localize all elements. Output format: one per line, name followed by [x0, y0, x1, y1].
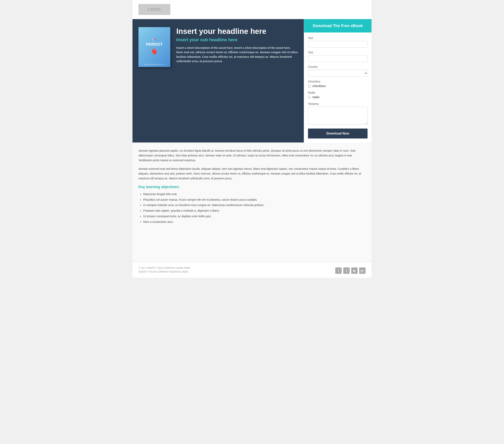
objectives-list: Maecenas feugiat felis erat.Phasellus ve…	[138, 192, 366, 224]
form-group-text2: Text	[308, 51, 368, 62]
googleplus-icon[interactable]: g+	[359, 267, 366, 274]
footer: © 2017 INSERT YOUR COMPANY NAME HERE INS…	[132, 262, 372, 278]
list-item: Ut tempor consequat tortor, ac dapibus e…	[143, 214, 366, 219]
hero-subheadline: Insert your sub headline here	[176, 37, 298, 42]
field2-label: Text	[308, 51, 368, 54]
content-area: Aenean egestas placerat sapien, eu tinci…	[132, 143, 372, 262]
book-cover-container: I ♥ PARDOT 🎈 WWW.JENNAMOLBY.COM	[138, 27, 170, 67]
field1-label: Text	[308, 37, 368, 40]
form-header-title: Download The Free eBook	[308, 23, 368, 28]
form-group-textarea: Textarea	[308, 102, 368, 125]
logo: LOGO	[138, 4, 170, 15]
hero-form-row: I ♥ PARDOT 🎈 WWW.JENNAMOLBY.COM Insert y…	[132, 19, 372, 143]
radio-group-label: Radio	[308, 91, 368, 94]
checkbox-row: checkbox	[308, 84, 368, 88]
logo-text: LOGO	[148, 7, 161, 12]
field1-input[interactable]	[308, 41, 368, 48]
footer-social-icons: f t ▶ g+	[335, 267, 366, 274]
list-item: Phasellus vel auctor massa. Fusce semper…	[143, 198, 366, 202]
country-select[interactable]	[308, 70, 368, 77]
footer-address: INSERT YOUUR COMPANY ADDRESS HERE	[138, 270, 190, 274]
book-pardot-label: PARDOT	[146, 42, 163, 47]
checkbox-option-label: checkbox	[312, 84, 326, 88]
list-item: Maecenas feugiat felis erat.	[143, 192, 366, 197]
textarea-label: Textarea	[308, 102, 368, 105]
footer-left: © 2017 INSERT YOUR COMPANY NAME HERE INS…	[138, 266, 190, 274]
twitter-icon[interactable]: t	[343, 267, 350, 274]
book-url: WWW.JENNAMOLBY.COM	[145, 64, 164, 65]
main-layout: Aenean egestas placerat sapien, eu tinci…	[132, 143, 372, 262]
form-group-checkbox: Checkbox checkbox	[308, 80, 368, 88]
balloon-icon: 🎈	[146, 48, 163, 57]
page-wrapper: LOGO I ♥ PARDOT 🎈 WWW.JENNAMOLBY.COM Ins…	[132, 0, 372, 278]
objectives-heading: Key learning objectives:	[138, 185, 366, 189]
heart-icon: ♥	[154, 38, 156, 41]
textarea-input[interactable]	[308, 107, 368, 125]
form-body: Text Text Country Checkbox	[304, 33, 372, 143]
body-para1: Aenean egestas placerat sapien, eu tinci…	[138, 148, 366, 163]
header: LOGO	[132, 0, 372, 19]
radio-option-label: radio	[312, 95, 320, 99]
youtube-icon[interactable]: ▶	[351, 267, 358, 274]
list-item: Nam a consectetur arcu.	[143, 220, 366, 224]
hero-description: Insert a short description of the asset …	[176, 46, 298, 64]
checkbox-input[interactable]	[308, 85, 311, 88]
radio-input[interactable]	[308, 96, 311, 99]
list-item: In volutpat molestie urna, eu hendrerit …	[143, 203, 366, 208]
country-label: Country	[308, 65, 368, 68]
hero-section: I ♥ PARDOT 🎈 WWW.JENNAMOLBY.COM Insert y…	[132, 19, 304, 143]
form-sidebar: Download The Free eBook Text Text Countr…	[304, 19, 372, 143]
book-cover-text: I ♥ PARDOT 🎈	[146, 37, 163, 56]
form-group-radio: Radio radio	[308, 91, 368, 99]
form-group-country: Country	[308, 65, 368, 77]
field2-input[interactable]	[308, 55, 368, 62]
list-item: Praesent odio sapien, gravida a molestie…	[143, 208, 366, 213]
facebook-icon[interactable]: f	[335, 267, 342, 274]
form-group-text1: Text	[308, 37, 368, 48]
footer-copyright: © 2017 INSERT YOUR COMPANY NAME HERE	[138, 266, 190, 270]
body-para2: Aenean euismod erat sed lectus bibendum …	[138, 166, 366, 181]
form-header: Download The Free eBook	[304, 19, 372, 33]
hero-headline: Insert your headline here	[176, 27, 298, 36]
book-cover: I ♥ PARDOT 🎈 WWW.JENNAMOLBY.COM	[138, 27, 170, 67]
radio-row: radio	[308, 95, 368, 99]
hero-content: Insert your headline here Insert your su…	[176, 27, 298, 64]
checkbox-group-label: Checkbox	[308, 80, 368, 83]
download-button[interactable]: Download Now	[308, 129, 368, 138]
